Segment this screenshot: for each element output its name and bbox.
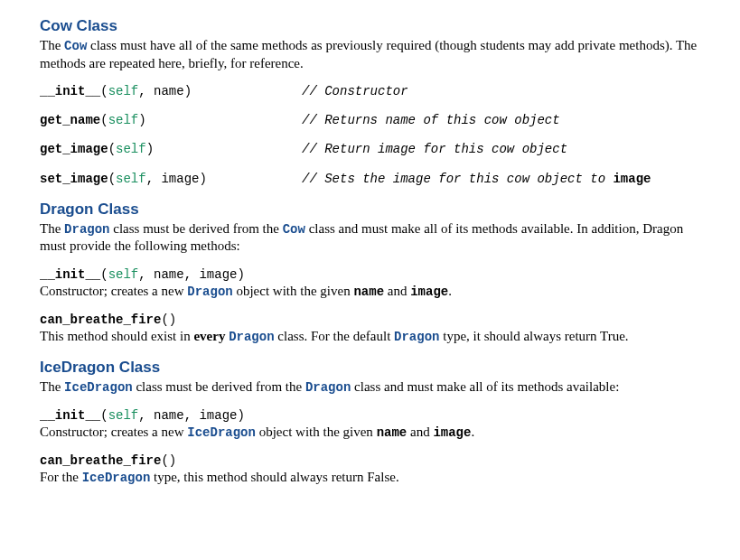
cow-method-table: __init__(self, name) // Constructor get_… <box>40 83 700 187</box>
self-kw: self <box>108 267 139 282</box>
class-ref-icedragon: IceDragon <box>64 380 133 395</box>
text: type, this method should always return F <box>150 470 374 484</box>
method-signature: __init__(self, name, image) <box>40 266 700 283</box>
args: , name, image) <box>138 408 245 423</box>
method-signature: can_breathe_fire() <box>40 312 700 328</box>
self-kw: self <box>108 84 139 98</box>
method-description: Constructor; creates a new IceDragon obj… <box>40 424 700 442</box>
method-signature: can_breathe_fire() <box>40 453 700 469</box>
heading-dragon-class: Dragon Class <box>40 200 700 219</box>
paren: ( <box>108 142 116 156</box>
text: class and must make all of its methods a… <box>351 379 619 394</box>
method-comment: // Returns name of this cow object <box>302 112 700 128</box>
text: and <box>407 425 433 439</box>
table-row: set_image(self, image) // Sets the image… <box>40 171 700 187</box>
args: ) <box>146 142 154 156</box>
paren: ( <box>108 172 116 186</box>
table-row: get_name(self) // Returns name of this c… <box>40 112 700 128</box>
text: Constructor; creates a new <box>40 284 187 298</box>
table-row: get_image(self) // Return image for this… <box>40 141 700 157</box>
method-signature: __init__(self, name) <box>40 83 302 99</box>
self-kw: self <box>116 142 146 156</box>
param-name: name <box>353 285 384 299</box>
args: , name) <box>138 84 192 98</box>
class-ref-dragon: Dragon <box>394 330 439 344</box>
text: . <box>448 284 452 298</box>
dragon-cbf-block: can_breathe_fire() This method should ex… <box>40 312 700 346</box>
paren: ( <box>100 408 108 423</box>
text: class must be derived from the <box>110 221 283 236</box>
method-signature: get_name(self) <box>40 112 302 128</box>
cow-intro: The Cow class must have all of the same … <box>40 37 700 72</box>
paren: ( <box>100 113 108 127</box>
method-description: This method should exist in every Dragon… <box>40 328 700 346</box>
method-name: __init__ <box>40 84 100 98</box>
class-ref-dragon: Dragon <box>305 380 351 395</box>
text: object with the given <box>233 284 354 298</box>
text: The <box>40 379 64 394</box>
method-description: Constructor; creates a new Dragon object… <box>40 283 700 301</box>
class-ref-cow: Cow <box>283 222 305 237</box>
self-kw: self <box>116 172 146 186</box>
method-comment: // Return image for this cow object <box>302 141 700 157</box>
ice-init-block: __init__(self, name, image) Constructor;… <box>40 407 700 442</box>
text: class must be derived from the <box>133 379 305 394</box>
dragon-init-block: __init__(self, name, image) Constructor;… <box>40 266 700 301</box>
text: The <box>40 221 64 236</box>
text: object with the given <box>256 425 377 439</box>
text: and <box>384 284 410 298</box>
param-image: image <box>433 425 471 440</box>
paren: ( <box>100 84 108 98</box>
method-name: set_image <box>40 172 108 186</box>
heading-icedragon-class: IceDragon Class <box>40 358 700 378</box>
text: class must have all of the same methods … <box>40 38 697 70</box>
text: type, it should always return T <box>439 329 607 343</box>
comment-text: // Sets the image for this cow object to <box>302 172 613 186</box>
args: () <box>161 453 176 468</box>
method-comment: // Sets the image for this cow object to… <box>302 171 700 187</box>
method-name: can_breathe_fire <box>40 313 161 327</box>
class-ref-icedragon: IceDragon <box>187 425 256 440</box>
paren: ( <box>100 267 108 282</box>
method-name: __init__ <box>40 267 100 282</box>
text: The <box>40 38 64 52</box>
table-row: __init__(self, name) // Constructor <box>40 83 700 99</box>
text: alse. <box>375 470 399 484</box>
bold-every: every <box>193 329 229 343</box>
method-signature: get_image(self) <box>40 141 302 157</box>
text: rue. <box>608 329 629 343</box>
method-comment: // Constructor <box>302 83 700 99</box>
method-description: For the IceDragon type, this method shou… <box>40 469 700 487</box>
method-name: get_name <box>40 113 100 127</box>
method-signature: __init__(self, name, image) <box>40 407 700 424</box>
args: , name, image) <box>138 267 245 282</box>
class-ref-dragon: Dragon <box>187 285 232 299</box>
ice-cbf-block: can_breathe_fire() For the IceDragon typ… <box>40 453 700 487</box>
class-ref-dragon: Dragon <box>229 330 274 344</box>
dragon-intro: The Dragon class must be derived from th… <box>40 220 700 256</box>
heading-cow-class: Cow Class <box>40 16 700 36</box>
class-ref-dragon: Dragon <box>64 222 109 237</box>
text: . <box>471 425 474 439</box>
text: Constructor; creates a new <box>40 425 187 439</box>
method-signature: set_image(self, image) <box>40 171 302 187</box>
param-image: image <box>410 285 448 299</box>
args: ) <box>138 113 145 127</box>
text: For the <box>40 470 82 484</box>
param-name: name <box>377 425 407 440</box>
ice-intro: The IceDragon class must be derived from… <box>40 378 700 397</box>
self-kw: self <box>108 113 139 127</box>
text: class. For the default <box>275 329 394 343</box>
self-kw: self <box>108 408 139 423</box>
class-ref-icedragon: IceDragon <box>82 471 151 485</box>
comment-bold: image <box>613 172 651 186</box>
text: This method should exist in <box>40 329 193 343</box>
method-name: can_breathe_fire <box>40 453 161 468</box>
args: , image) <box>146 172 207 186</box>
args: () <box>161 313 176 327</box>
method-name: get_image <box>40 142 108 156</box>
class-ref-cow: Cow <box>64 39 87 53</box>
method-name: __init__ <box>40 408 100 423</box>
